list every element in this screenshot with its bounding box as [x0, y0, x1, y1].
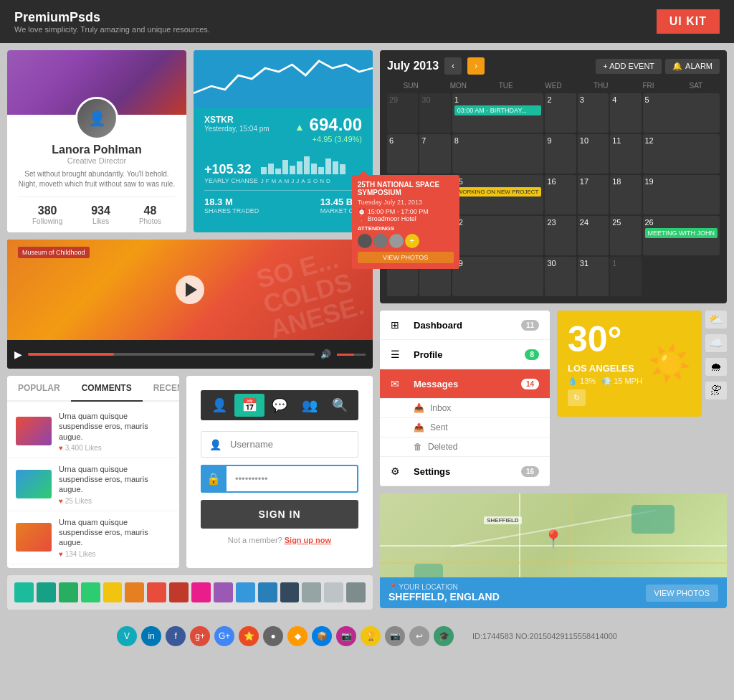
social-circle[interactable]: ● — [263, 626, 283, 646]
cal-cell[interactable]: 3 — [578, 93, 609, 133]
weather-icon-sunny[interactable]: ⛅ — [705, 311, 727, 328]
social-vimeo[interactable]: V — [117, 626, 137, 646]
cal-cell[interactable]: 2 — [545, 93, 576, 133]
tab-comments[interactable]: COMMENTS — [71, 376, 143, 402]
nav-sub-sent[interactable]: 📤 Sent — [380, 418, 550, 438]
color-swatch[interactable] — [346, 582, 366, 602]
cal-cell[interactable]: 1 — [610, 257, 641, 296]
signup-link[interactable]: Sign up now — [285, 536, 331, 544]
add-attendee-button[interactable]: + — [405, 234, 419, 248]
view-photos-popup-button[interactable]: VIEW PHOTOS — [358, 252, 454, 263]
progress-bar[interactable] — [28, 353, 315, 356]
cal-cell[interactable]: 30 — [545, 257, 576, 296]
color-swatch[interactable] — [103, 582, 123, 602]
meeting-event[interactable]: MEETING WITH JOHN — [645, 228, 718, 238]
cal-cell[interactable]: 10 — [578, 134, 609, 174]
cal-cell[interactable]: 25 — [610, 216, 641, 255]
nav-sub-deleted[interactable]: 🗑 Deleted — [380, 438, 550, 457]
color-swatch[interactable] — [14, 582, 34, 602]
social-stumbleupon[interactable]: ⭐ — [239, 626, 259, 646]
social-edu[interactable]: 🎓 — [434, 626, 454, 646]
cal-cell[interactable]: 15 WORKING ON NEW PROJECT 25TH NATIONAL … — [452, 175, 544, 214]
cal-cell[interactable]: 8 — [452, 134, 544, 174]
cal-cell[interactable]: 26 MEETING WITH JOHN — [643, 216, 720, 255]
color-swatch[interactable] — [169, 582, 189, 602]
cal-cell[interactable]: 11 — [610, 134, 641, 174]
list-thumb-3 — [16, 523, 52, 552]
play-button[interactable] — [176, 275, 204, 304]
volume-bar[interactable] — [337, 354, 366, 356]
color-swatch[interactable] — [147, 582, 166, 602]
cal-cell[interactable]: 18 — [610, 175, 641, 214]
color-swatch[interactable] — [324, 582, 343, 602]
cal-cell[interactable]: 30 — [419, 93, 450, 133]
login-tab-calendar[interactable]: 📅 — [234, 394, 264, 417]
cal-cell[interactable]: 29 — [387, 93, 418, 133]
social-rss[interactable]: ◆ — [287, 626, 308, 646]
color-swatch[interactable] — [236, 582, 255, 602]
social-dropbox[interactable]: 📦 — [312, 626, 332, 646]
login-tab-people[interactable]: 👥 — [295, 394, 325, 417]
next-month-button[interactable]: › — [467, 57, 485, 75]
cal-cell[interactable]: 19 — [643, 175, 720, 214]
cal-cell[interactable]: 29 — [452, 257, 544, 296]
stock-bar — [311, 164, 317, 174]
color-swatch[interactable] — [125, 582, 144, 602]
social-trophy[interactable]: 🏆 — [361, 626, 381, 646]
nav-item-settings[interactable]: ⚙ Settings 16 — [380, 457, 550, 486]
social-instagram[interactable]: 📷 — [336, 626, 356, 646]
birthday-event[interactable]: 03:00 AM - BIRTHDAY... — [454, 105, 542, 115]
cal-cell[interactable]: 17 — [578, 175, 609, 214]
color-swatch[interactable] — [81, 582, 100, 602]
color-swatch[interactable] — [302, 582, 321, 602]
cal-cell[interactable]: 9 — [545, 134, 576, 174]
add-event-button[interactable]: + ADD EVENT — [596, 59, 662, 74]
nav-item-profile[interactable]: ☰ Profile 8 — [380, 340, 550, 369]
cal-cell[interactable]: 31 — [578, 257, 609, 296]
tab-popular[interactable]: POPULAR — [7, 376, 71, 400]
prev-month-button[interactable]: ‹ — [444, 57, 462, 75]
nav-item-dashboard[interactable]: ⊞ Dashboard 11 — [380, 311, 550, 340]
nav-sub-inbox[interactable]: 📥 Inbox — [380, 399, 550, 418]
login-tab-chat[interactable]: 💬 — [264, 394, 295, 417]
login-tab-user[interactable]: 👤 — [204, 394, 234, 417]
sign-in-button[interactable]: SIGN IN — [201, 500, 358, 529]
social-share[interactable]: ↩ — [409, 626, 429, 646]
social-linkedin[interactable]: in — [141, 626, 161, 646]
cal-cell[interactable]: 23 — [545, 216, 576, 255]
social-camera[interactable]: 📷 — [385, 626, 405, 646]
color-swatch[interactable] — [59, 582, 78, 602]
color-swatch[interactable] — [191, 582, 211, 602]
weather-icon-cloudy[interactable]: ☁️ — [705, 334, 727, 352]
tab-recent[interactable]: RECENT — [143, 376, 179, 400]
cal-cell[interactable]: 4 — [610, 93, 641, 133]
cal-cell[interactable]: 1 03:00 AM - BIRTHDAY... — [452, 93, 544, 133]
social-google[interactable]: G+ — [214, 626, 234, 646]
cal-cell[interactable]: 6 — [387, 134, 418, 174]
color-swatch[interactable] — [37, 582, 56, 602]
cal-cell[interactable]: 12 — [643, 134, 720, 174]
play-small-button[interactable]: ▶ — [14, 349, 22, 360]
cal-cell[interactable]: 24 — [578, 216, 609, 255]
nav-item-messages[interactable]: ✉ Messages 14 — [380, 369, 550, 399]
login-tab-search[interactable]: 🔍 — [325, 394, 355, 417]
alarm-button[interactable]: 🔔 ALARM — [665, 59, 720, 74]
weather-icon-rain[interactable]: 🌧 — [705, 358, 727, 376]
refresh-button[interactable]: ↻ — [568, 389, 586, 406]
cal-cell[interactable]: 7 — [419, 134, 450, 174]
cal-cell[interactable]: 16 — [545, 175, 576, 214]
social-facebook[interactable]: f — [166, 626, 186, 646]
color-swatch[interactable] — [214, 582, 233, 602]
color-swatch[interactable] — [280, 582, 300, 602]
social-google-plus[interactable]: g+ — [190, 626, 210, 646]
cal-cell[interactable]: 22 — [452, 216, 544, 255]
alarm-icon: 🔔 — [672, 62, 682, 71]
username-input[interactable] — [201, 431, 358, 458]
color-swatch[interactable] — [258, 582, 277, 602]
view-photos-map-button[interactable]: VIEW PHOTOS — [646, 585, 718, 602]
map-city: SHEFFIELD, ENGLAND — [389, 591, 500, 602]
weather-icon-storm[interactable]: ⛈ — [705, 382, 727, 399]
project-event[interactable]: WORKING ON NEW PROJECT — [454, 187, 542, 197]
cal-cell[interactable]: 5 — [643, 93, 720, 133]
volume-icon[interactable]: 🔊 — [320, 349, 331, 359]
